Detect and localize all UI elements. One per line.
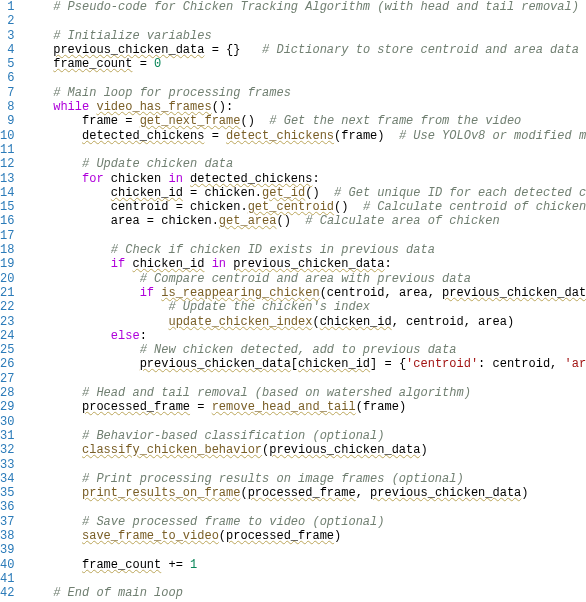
token-plain — [24, 357, 139, 371]
token-comment: # Calculate centroid of chicken — [363, 200, 586, 214]
code-line: frame_count = 0 — [24, 57, 586, 71]
line-number: 1 — [0, 0, 14, 14]
line-number: 2 — [0, 14, 14, 28]
token-plain — [24, 0, 53, 14]
code-line: # Head and tail removal (based on waters… — [24, 386, 586, 400]
token-identwavy: chicken_id — [298, 357, 370, 371]
code-line: print_results_on_frame(processed_frame, … — [24, 486, 586, 500]
token-plain: : centroid, — [478, 357, 564, 371]
token-comment: # Update the chicken's index — [168, 300, 370, 314]
line-number: 34 — [0, 472, 14, 486]
code-line: # Update chicken data — [24, 157, 586, 171]
token-plain: (): — [212, 100, 234, 114]
code-line — [24, 415, 586, 429]
token-identwavy: chicken_id — [111, 186, 183, 200]
line-number: 4 — [0, 43, 14, 57]
line-number: 32 — [0, 443, 14, 457]
token-comment: # Print processing results on image fram… — [82, 472, 464, 486]
line-number: 22 — [0, 300, 14, 314]
token-fnwavy: print_results_on_frame — [82, 486, 240, 500]
line-number: 13 — [0, 172, 14, 186]
code-line: processed_frame = remove_head_and_tail(f… — [24, 400, 586, 414]
code-editor: 1234567891011121314151617181920212223242… — [0, 0, 586, 600]
token-identwavy: previous_chicken_data — [53, 43, 204, 57]
token-comment: # Get the next frame from the video — [269, 114, 521, 128]
token-plain: ) — [521, 486, 528, 500]
line-number: 15 — [0, 200, 14, 214]
code-line: save_frame_to_video(processed_frame) — [24, 529, 586, 543]
line-number: 26 — [0, 357, 14, 371]
line-number: 17 — [0, 229, 14, 243]
token-identwavy: processed_frame — [82, 400, 190, 414]
code-line: previous_chicken_data = {} # Dictionary … — [24, 43, 586, 57]
code-line: detected_chickens = detect_chickens(fram… — [24, 129, 586, 143]
token-comment: # Compare centroid and area with previou… — [140, 272, 471, 286]
token-identwavy: detected_chickens — [82, 129, 204, 143]
token-kwflow: in — [168, 172, 182, 186]
token-plain — [24, 443, 82, 457]
code-line: # New chicken detected, add to previous … — [24, 343, 586, 357]
code-line — [24, 500, 586, 514]
token-plain: ) — [420, 443, 427, 457]
token-string: 'area' — [565, 357, 586, 371]
line-number: 5 — [0, 57, 14, 71]
token-plain — [24, 343, 139, 357]
line-number: 19 — [0, 257, 14, 271]
code-line: # Update the chicken's index — [24, 300, 586, 314]
code-line: # End of main loop — [24, 586, 586, 600]
token-comment: # Pseudo-code for Chicken Tracking Algor… — [53, 0, 579, 14]
line-number-gutter: 1234567891011121314151617181920212223242… — [0, 0, 24, 600]
line-number: 6 — [0, 71, 14, 85]
token-plain — [24, 429, 82, 443]
token-fnwavy: detect_chickens — [226, 129, 334, 143]
line-number: 33 — [0, 458, 14, 472]
code-line: classify_chicken_behavior(previous_chick… — [24, 443, 586, 457]
token-plain — [204, 257, 211, 271]
line-number: 31 — [0, 429, 14, 443]
code-line: if is_reappearing_chicken(centroid, area… — [24, 286, 586, 300]
code-line: # Print processing results on image fram… — [24, 472, 586, 486]
token-plain: [ — [291, 357, 298, 371]
token-plain — [24, 29, 53, 43]
token-comment: # New chicken detected, add to previous … — [140, 343, 457, 357]
token-identwavy: frame_count — [82, 558, 161, 572]
token-number: 1 — [190, 558, 197, 572]
token-identwavy: processed_frame — [248, 486, 356, 500]
token-plain — [24, 114, 82, 128]
token-plain: = chicken. — [168, 200, 247, 214]
token-number: 0 — [154, 57, 161, 71]
token-plain: : — [140, 329, 147, 343]
token-plain — [183, 172, 190, 186]
token-plain: ( — [312, 315, 319, 329]
token-kwflow: if — [111, 257, 125, 271]
line-number: 39 — [0, 543, 14, 557]
line-number: 9 — [0, 114, 14, 128]
token-kwflow: for — [82, 172, 104, 186]
token-identwavy: previous_chicken_data — [269, 443, 420, 457]
token-plain — [24, 300, 168, 314]
token-fnwavy: get_area — [219, 214, 277, 228]
code-line — [24, 71, 586, 85]
token-comment: # Get unique ID for each detected chicke… — [334, 186, 586, 200]
line-number: 41 — [0, 572, 14, 586]
token-ident: area — [111, 214, 140, 228]
token-fnwavy: classify_chicken_behavior — [82, 443, 262, 457]
token-identwavy: chicken_id — [132, 257, 204, 271]
token-plain — [24, 243, 110, 257]
token-plain: (frame) — [334, 129, 399, 143]
code-line: frame_count += 1 — [24, 558, 586, 572]
token-plain: () — [334, 200, 363, 214]
token-plain: , centroid, area) — [392, 315, 514, 329]
code-line: else: — [24, 329, 586, 343]
code-line: area = chicken.get_area() # Calculate ar… — [24, 214, 586, 228]
code-line — [24, 229, 586, 243]
line-number: 10 — [0, 129, 14, 143]
token-comment: # Dictionary to store centroid and area … — [262, 43, 586, 57]
token-plain — [24, 257, 110, 271]
token-identwavy: detected_chickens — [190, 172, 312, 186]
token-ident: centroid — [111, 200, 169, 214]
token-comment: # Head and tail removal (based on waters… — [82, 386, 471, 400]
token-plain — [24, 472, 82, 486]
code-line — [24, 372, 586, 386]
token-plain: (frame) — [356, 400, 406, 414]
